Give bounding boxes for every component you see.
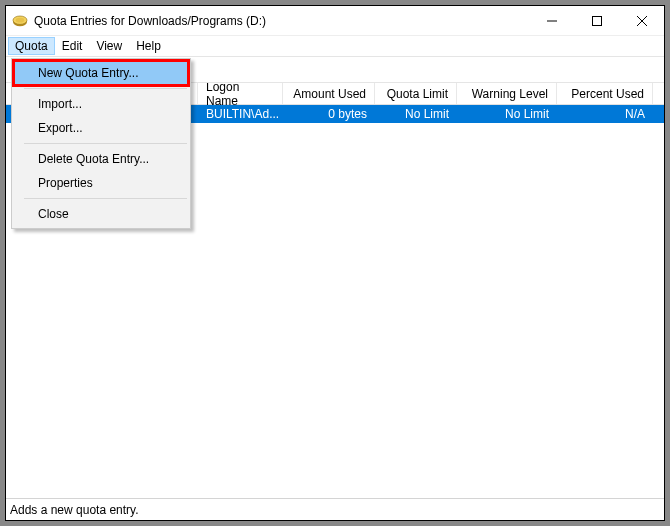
menubar: Quota Edit View Help [6, 36, 664, 57]
cell-percent-used: N/A [557, 105, 653, 123]
statusbar: Adds a new quota entry. [6, 498, 664, 520]
status-text: Adds a new quota entry. [10, 503, 139, 517]
menu-view[interactable]: View [89, 37, 129, 55]
col-percent-used[interactable]: Percent Used [557, 83, 653, 104]
window-controls [529, 6, 664, 35]
menu-separator [24, 143, 187, 144]
menu-import[interactable]: Import... [14, 92, 188, 116]
menu-close[interactable]: Close [14, 202, 188, 226]
app-window: Quota Entries for Downloads/Programs (D:… [5, 5, 665, 521]
col-warning-level[interactable]: Warning Level [457, 83, 557, 104]
window-title: Quota Entries for Downloads/Programs (D:… [34, 14, 266, 28]
menu-help[interactable]: Help [129, 37, 168, 55]
svg-point-2 [16, 17, 25, 22]
cell-amount-used: 0 bytes [283, 105, 375, 123]
close-button[interactable] [619, 6, 664, 35]
maximize-button[interactable] [574, 6, 619, 35]
col-amount-used[interactable]: Amount Used [283, 83, 375, 104]
titlebar: Quota Entries for Downloads/Programs (D:… [6, 6, 664, 36]
menu-delete-quota-entry[interactable]: Delete Quota Entry... [14, 147, 188, 171]
cell-warning-level: No Limit [457, 105, 557, 123]
cell-logon-name: BUILTIN\Ad... [198, 105, 283, 123]
col-logon-name[interactable]: Logon Name [198, 83, 283, 104]
cell-quota-limit: No Limit [375, 105, 457, 123]
menu-export[interactable]: Export... [14, 116, 188, 140]
disk-quota-icon [12, 13, 28, 29]
col-quota-limit[interactable]: Quota Limit [375, 83, 457, 104]
quota-menu-dropdown: New Quota Entry... Import... Export... D… [11, 58, 191, 229]
minimize-button[interactable] [529, 6, 574, 35]
menu-properties[interactable]: Properties [14, 171, 188, 195]
menu-quota[interactable]: Quota [8, 37, 55, 55]
menu-separator [24, 88, 187, 89]
menu-separator [24, 198, 187, 199]
svg-rect-4 [592, 16, 601, 25]
menu-edit[interactable]: Edit [55, 37, 90, 55]
menu-new-quota-entry[interactable]: New Quota Entry... [14, 61, 188, 85]
